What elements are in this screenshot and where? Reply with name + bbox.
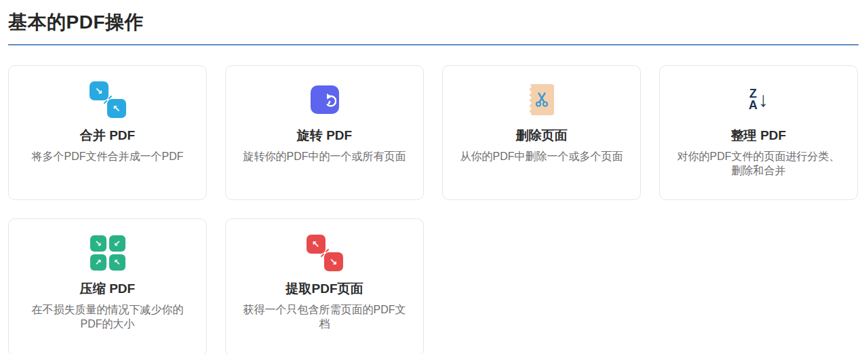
compress-icon: ↘ ↙ ↗ ↖ (90, 234, 125, 272)
arrow-up-right-glyph: ↗ (94, 258, 101, 267)
sort-za-icon: Z A ↓ (749, 81, 768, 119)
card-extract-pdf-pages[interactable]: ↖ ↘ 提取PDF页面 获得一个只包含所需页面的PDF文档 (225, 218, 424, 354)
compress-square-tr: ↙ (109, 235, 125, 252)
card-description: 对你的PDF文件的页面进行分类、删除和合并 (672, 149, 845, 178)
card-organize-pdf[interactable]: Z A ↓ 整理 PDF 对你的PDF文件的页面进行分类、删除和合并 (659, 65, 858, 200)
merge-icon-shape: ↘ ↖ (90, 81, 126, 118)
arrow-up-left-glyph: ↖ (113, 104, 121, 113)
card-description: 旋转你的PDF中的一个或所有页面 (243, 149, 406, 163)
card-rotate-pdf[interactable]: 旋转 PDF 旋转你的PDF中的一个或所有页面 (225, 65, 424, 200)
card-title: 整理 PDF (731, 127, 786, 144)
extract-icon-shape: ↖ ↘ (307, 235, 343, 271)
card-title: 旋转 PDF (297, 127, 352, 144)
card-description: 从你的PDF中删除一个或多个页面 (460, 149, 623, 163)
compress-icon-shape: ↘ ↙ ↗ ↖ (90, 235, 125, 271)
arrow-down-left-glyph: ↙ (113, 239, 120, 248)
extract-icon-square-tl: ↖ (307, 235, 326, 254)
card-title: 提取PDF页面 (286, 280, 363, 298)
card-title: 压缩 PDF (80, 280, 135, 298)
arrow-down-right-glyph: ↘ (95, 86, 103, 96)
sort-za-icon-shape: Z A ↓ (749, 88, 768, 111)
compress-square-br: ↖ (109, 254, 125, 271)
card-description: 将多个PDF文件合并成一个PDF (32, 149, 184, 163)
card-title: 删除页面 (516, 127, 568, 144)
arrow-down-glyph: ↓ (758, 90, 768, 110)
merge-icon: ↘ ↖ (90, 81, 126, 119)
compress-square-tl: ↘ (90, 235, 106, 252)
arrow-down-right-glyph: ↘ (330, 257, 338, 267)
card-delete-pages[interactable]: 删除页面 从你的PDF中删除一个或多个页面 (442, 65, 641, 200)
arrow-up-left-glyph: ↖ (113, 258, 120, 267)
card-compress-pdf[interactable]: ↘ ↙ ↗ ↖ 压缩 PDF 在不损失质量的情况下减少你的PDF的大小 (8, 218, 207, 354)
sort-letter-a: A (749, 100, 757, 111)
rotate-arrow-glyph (313, 88, 336, 111)
rotate-icon (311, 81, 339, 119)
section-divider (8, 44, 859, 45)
card-description: 在不损失质量的情况下减少你的PDF的大小 (21, 302, 194, 331)
card-title: 合并 PDF (80, 127, 135, 144)
card-description: 获得一个只包含所需页面的PDF文档 (238, 302, 411, 331)
merge-icon-square-br: ↖ (107, 99, 126, 118)
sort-letters: Z A (749, 88, 757, 111)
tool-cards-grid: ↘ ↖ 合并 PDF 将多个PDF文件合并成一个PDF 旋转 PDF 旋转你的P… (8, 65, 860, 354)
perforated-page-shape (530, 84, 554, 115)
scissors-page-icon (530, 81, 554, 119)
arrow-down-right-glyph: ↘ (94, 239, 101, 248)
arrow-up-left-glyph: ↖ (312, 239, 320, 249)
scissors-glyph (534, 92, 549, 108)
card-merge-pdf[interactable]: ↘ ↖ 合并 PDF 将多个PDF文件合并成一个PDF (8, 65, 207, 200)
extract-icon-square-br: ↘ (324, 252, 343, 271)
extract-icon: ↖ ↘ (307, 234, 343, 272)
pdf-tools-page: 基本的PDF操作 ↘ ↖ 合并 PDF 将多个PDF文件合并成一个PDF (0, 0, 868, 354)
rotate-icon-shape (311, 85, 339, 114)
page-title: 基本的PDF操作 (8, 9, 860, 35)
compress-square-bl: ↗ (90, 254, 106, 271)
merge-icon-square-tl: ↘ (90, 81, 108, 100)
